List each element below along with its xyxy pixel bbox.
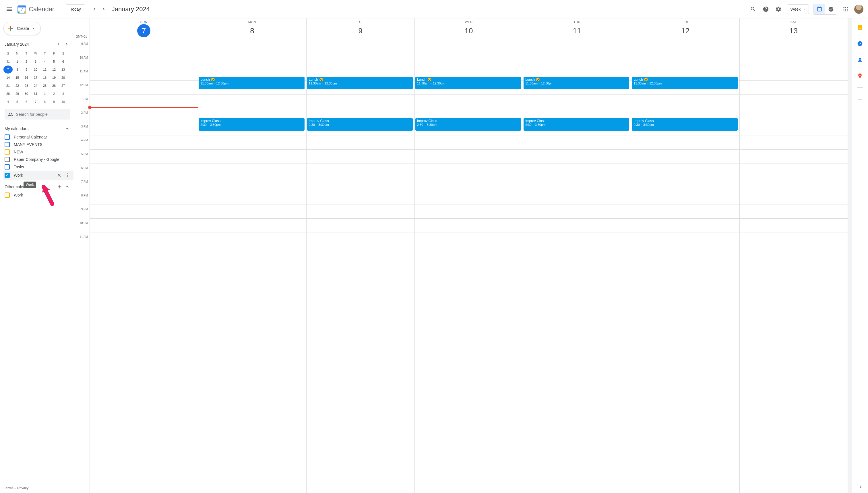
calendar-checkbox[interactable]: [5, 157, 10, 162]
day-column[interactable]: Lunch 😴11:30am – 12:30pmImprov Class2:30…: [414, 39, 523, 493]
next-week-button[interactable]: [99, 5, 108, 14]
maps-addon[interactable]: [854, 70, 866, 82]
search-button[interactable]: [748, 3, 759, 15]
mini-date[interactable]: 25: [40, 82, 49, 90]
calendar-item[interactable]: Personal Calendar: [3, 133, 73, 141]
calendar-options-icon[interactable]: [64, 172, 71, 179]
support-button[interactable]: [760, 3, 772, 15]
event-improv[interactable]: Improv Class2:30 – 3:30pm: [199, 118, 304, 131]
remove-calendar-icon[interactable]: [56, 172, 63, 179]
get-addons[interactable]: [854, 93, 866, 105]
event-improv[interactable]: Improv Class2:30 – 3:30pm: [415, 118, 521, 131]
search-people-input[interactable]: [16, 112, 67, 116]
mini-date[interactable]: 2: [22, 58, 31, 65]
day-header[interactable]: MON8: [198, 18, 306, 39]
mini-date[interactable]: 1: [13, 58, 22, 65]
mini-date[interactable]: 26: [49, 82, 59, 90]
mini-date[interactable]: 21: [3, 82, 13, 90]
mini-date[interactable]: 27: [59, 82, 68, 90]
mini-date[interactable]: 5: [13, 98, 22, 106]
mini-date[interactable]: 8: [13, 65, 22, 73]
scrollbar[interactable]: [848, 18, 852, 493]
day-column[interactable]: Lunch 😴11:30am – 12:30pmImprov Class2:30…: [198, 39, 306, 493]
keep-addon[interactable]: [854, 22, 866, 33]
calendar-item[interactable]: Paper Company - Google: [3, 156, 73, 163]
tasks-mode-button[interactable]: [825, 4, 837, 14]
mini-date[interactable]: 1: [40, 90, 49, 98]
day-column[interactable]: [90, 39, 198, 493]
mini-date[interactable]: 20: [59, 73, 68, 82]
mini-date[interactable]: 16: [22, 73, 31, 82]
settings-button[interactable]: [773, 3, 784, 15]
hide-side-panel[interactable]: [858, 484, 863, 490]
day-number[interactable]: 7: [137, 24, 151, 37]
event-lunch[interactable]: Lunch 😴11:30am – 12:30pm: [415, 77, 521, 89]
contacts-addon[interactable]: [854, 54, 866, 65]
mini-date[interactable]: 4: [40, 58, 49, 65]
event-improv[interactable]: Improv Class2:30 – 3:30pm: [524, 118, 629, 131]
mini-date[interactable]: 23: [22, 82, 31, 90]
event-improv[interactable]: Improv Class2:30 – 3:30pm: [632, 118, 737, 131]
other-calendars-toggle[interactable]: Other calendars: [3, 182, 73, 191]
calendar-item[interactable]: NEW: [3, 148, 73, 156]
mini-date[interactable]: 9: [49, 98, 59, 106]
terms-link[interactable]: Terms: [4, 486, 14, 490]
event-lunch[interactable]: Lunch 😴11:30am – 12:30pm: [632, 77, 737, 89]
mini-date[interactable]: 17: [31, 73, 40, 82]
day-header[interactable]: SAT13: [739, 18, 848, 39]
mini-date[interactable]: 19: [49, 73, 59, 82]
create-button[interactable]: Create: [3, 22, 41, 35]
mini-date[interactable]: 3: [31, 58, 40, 65]
mini-date[interactable]: 13: [59, 65, 68, 73]
mini-date[interactable]: 28: [3, 90, 13, 98]
mini-date[interactable]: 15: [13, 73, 22, 82]
day-number[interactable]: 13: [787, 24, 800, 37]
calendar-checkbox[interactable]: [5, 134, 10, 140]
mini-next-month[interactable]: [63, 41, 70, 48]
calendar-checkbox[interactable]: [5, 142, 10, 147]
mini-date[interactable]: 6: [22, 98, 31, 106]
mini-date[interactable]: 30: [22, 90, 31, 98]
day-column[interactable]: Lunch 😴11:30am – 12:30pmImprov Class2:30…: [523, 39, 631, 493]
today-button[interactable]: Today: [66, 4, 85, 14]
mini-date[interactable]: 9: [22, 65, 31, 73]
day-number[interactable]: 10: [462, 24, 475, 37]
add-calendar-icon[interactable]: [57, 184, 63, 190]
event-lunch[interactable]: Lunch 😴11:30am – 12:30pm: [307, 77, 413, 89]
view-selector[interactable]: Week: [787, 4, 809, 14]
mini-date[interactable]: 5: [49, 58, 59, 65]
day-number[interactable]: 11: [570, 24, 584, 37]
apps-button[interactable]: [840, 3, 851, 15]
calendar-checkbox[interactable]: [5, 149, 10, 154]
mini-date[interactable]: 24: [31, 82, 40, 90]
calendar-mode-button[interactable]: [814, 4, 825, 14]
calendar-checkbox[interactable]: [5, 164, 10, 170]
calendar-checkbox[interactable]: [5, 173, 10, 178]
mini-prev-month[interactable]: [55, 41, 62, 48]
prev-week-button[interactable]: [90, 5, 99, 14]
mini-date[interactable]: 10: [31, 65, 40, 73]
calendar-item[interactable]: Work: [3, 191, 73, 199]
mini-date[interactable]: 11: [40, 65, 49, 73]
mini-date[interactable]: 3: [59, 90, 68, 98]
event-lunch[interactable]: Lunch 😴11:30am – 12:30pm: [199, 77, 304, 89]
mini-date[interactable]: 31: [3, 58, 13, 65]
mini-date[interactable]: 31: [31, 90, 40, 98]
time-grid[interactable]: 9 AM10 AM11 AM12 PM1 PM2 PM3 PM4 PM5 PM6…: [73, 39, 848, 493]
mini-date[interactable]: 8: [40, 98, 49, 106]
mini-date[interactable]: 14: [3, 73, 13, 82]
day-column[interactable]: Lunch 😴11:30am – 12:30pmImprov Class2:30…: [631, 39, 739, 493]
event-improv[interactable]: Improv Class2:30 – 3:30pm: [307, 118, 413, 131]
account-avatar[interactable]: [854, 5, 863, 14]
mini-date[interactable]: 7: [3, 65, 13, 73]
mini-date[interactable]: 2: [49, 90, 59, 98]
calendar-item[interactable]: MANY EVENTS: [3, 141, 73, 148]
day-column[interactable]: [739, 39, 848, 493]
main-menu-button[interactable]: [2, 2, 16, 16]
day-header[interactable]: WED10: [414, 18, 523, 39]
mini-date[interactable]: 10: [59, 98, 68, 106]
calendar-item[interactable]: WorkWork: [3, 171, 73, 180]
event-lunch[interactable]: Lunch 😴11:30am – 12:30pm: [524, 77, 629, 89]
day-number[interactable]: 9: [354, 24, 367, 37]
mini-date[interactable]: 4: [3, 98, 13, 106]
